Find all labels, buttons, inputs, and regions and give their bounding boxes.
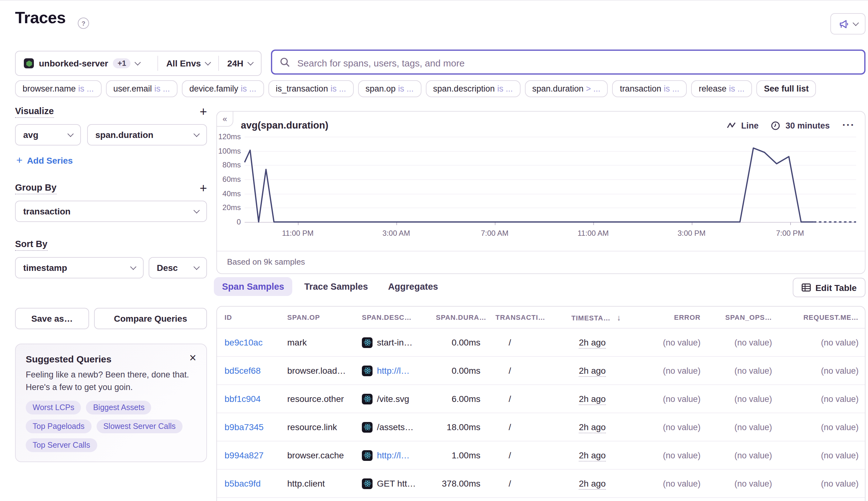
tab-aggregates[interactable]: Aggregates <box>380 277 446 296</box>
compare-queries-button[interactable]: Compare Queries <box>94 308 207 329</box>
suggested-query-chip[interactable]: Biggest Assets <box>86 401 151 415</box>
filter-chip-transaction[interactable]: transactionis ... <box>612 80 687 97</box>
table-row: bbf1c904resource.other /vite.svg6.00ms/2… <box>217 385 866 413</box>
x-axis-tick <box>298 223 298 225</box>
filter-chip-operator: is ... <box>497 84 513 94</box>
span-id-link[interactable]: be9c10ac <box>224 337 263 348</box>
project-selector[interactable]: unborked-server +1 <box>16 51 157 75</box>
y-axis-label: 60ms <box>217 175 241 184</box>
filter-chip-key: span.duration <box>532 84 584 94</box>
cell-span-description: start-in… <box>354 328 428 356</box>
cell-span-id: bbf1c904 <box>217 385 280 413</box>
project-name: unborked-server <box>39 58 108 68</box>
x-axis-tick <box>396 223 397 225</box>
cell-span-id: b9ba7345 <box>217 413 280 441</box>
samples-tabs: Span SamplesTrace SamplesAggregates <box>214 277 446 296</box>
table-row: b5bac9fdhttp.client GET htt…378.00ms/2h … <box>217 469 866 498</box>
add-group-by-button[interactable]: + <box>200 182 207 194</box>
filter-chip-user.email[interactable]: user.emailis ... <box>106 80 178 97</box>
span-description-text: start-in… <box>377 337 413 348</box>
timestamp-value: 2h ago <box>579 394 606 405</box>
environment-selector[interactable]: All Envs <box>158 51 219 75</box>
filter-chip-operator: is ... <box>78 84 94 94</box>
add-visualize-button[interactable]: + <box>200 106 207 117</box>
column-header-span.op[interactable]: SPAN.OP <box>280 307 354 328</box>
cell-span-duration: 276.00ms <box>428 498 488 501</box>
filter-chip-device.family[interactable]: device.familyis ... <box>182 80 264 97</box>
span-id-link[interactable]: b994a827 <box>224 450 264 460</box>
span-description: http://l… <box>362 450 421 460</box>
table-row: b994a827browser.cache http://l…1.00ms/2h… <box>217 441 866 469</box>
suggested-query-chip[interactable]: Top Server Calls <box>26 438 97 452</box>
time-range-selector[interactable]: 24H <box>219 51 261 75</box>
column-header-id[interactable]: ID <box>217 307 280 328</box>
column-header-label: SPAN_OPS… <box>725 313 772 321</box>
whats-new-button[interactable] <box>830 13 866 34</box>
timestamp-value: 2h ago <box>579 478 606 490</box>
column-header-error[interactable]: ERROR <box>645 307 700 328</box>
cell-timestamp: 2h ago <box>564 385 645 413</box>
cell-timestamp: 2h ago <box>564 498 645 501</box>
tab-span-samples[interactable]: Span Samples <box>214 277 292 296</box>
table-header-row: IDSPAN.OPSPAN.DESC…SPAN.DURA…TRANSACTI…T… <box>217 307 866 328</box>
span-id-link[interactable]: bd5cef68 <box>224 365 261 376</box>
cell-span-ops: (no value) <box>700 385 772 413</box>
column-header-span_ops[interactable]: SPAN_OPS… <box>700 307 772 328</box>
add-series-button[interactable]: + Add Series <box>16 154 73 167</box>
column-header-span.desc[interactable]: SPAN.DESC… <box>354 307 428 328</box>
cell-span-ops: (no value) <box>700 498 772 501</box>
suggested-query-chip[interactable]: Top Pageloads <box>26 419 91 433</box>
cell-request-method: (no value) <box>772 413 866 441</box>
help-icon[interactable]: ? <box>78 18 89 29</box>
column-header-transacti[interactable]: TRANSACTI… <box>488 307 564 328</box>
filter-chip-span.op[interactable]: span.opis ... <box>358 80 421 97</box>
traces-page: Traces ? unborked-server +1 All Envs <box>0 0 868 501</box>
span-description: /assets… <box>362 422 421 432</box>
chevron-down-icon <box>205 59 211 65</box>
field-select[interactable]: span.duration <box>87 124 207 146</box>
column-header-span.dura[interactable]: SPAN.DURA… <box>428 307 488 328</box>
sort-direction-value: Desc <box>157 263 178 273</box>
search-input[interactable] <box>296 51 850 75</box>
table-row: b41bfb26resource.ifra… https://…276.00ms… <box>217 498 866 501</box>
filter-chip-key: browser.name <box>23 84 76 94</box>
aggregate-select[interactable]: avg <box>15 124 81 146</box>
column-header-label: SPAN.DURA… <box>436 313 486 321</box>
group-by-select[interactable]: transaction <box>15 201 207 222</box>
tab-trace-samples[interactable]: Trace Samples <box>296 277 376 296</box>
filter-chip-is_transaction[interactable]: is_transactionis ... <box>268 80 353 97</box>
filter-chip-key: user.email <box>113 84 152 94</box>
close-icon[interactable]: × <box>189 354 196 362</box>
suggested-query-chip[interactable]: Worst LCPs <box>26 401 81 415</box>
see-full-list-button[interactable]: See full list <box>756 80 816 97</box>
filter-chip-span.duration[interactable]: span.duration> ... <box>525 80 608 97</box>
sort-field-select[interactable]: timestamp <box>15 257 144 278</box>
cell-request-method: (no value) <box>772 385 866 413</box>
save-as-button[interactable]: Save as… <box>15 308 89 329</box>
span-description: http://l… <box>362 365 421 376</box>
span-id-link[interactable]: b5bac9fd <box>224 478 261 489</box>
visualize-label: Visualize <box>15 106 54 118</box>
chart-panel: « avg(span.duration) Line 30 minutes ··· <box>216 111 866 274</box>
sort-direction-select[interactable]: Desc <box>149 257 207 278</box>
x-axis-label: 3:00 AM <box>371 229 422 238</box>
filter-chip-operator: is ... <box>154 84 170 94</box>
table-icon <box>802 284 811 291</box>
span-id-link[interactable]: b9ba7345 <box>224 422 264 432</box>
add-series-label: Add Series <box>27 156 73 166</box>
edit-table-button[interactable]: Edit Table <box>793 278 866 297</box>
column-header-timesta[interactable]: TIMESTA…↓ <box>564 307 645 328</box>
suggested-query-chip[interactable]: Slowest Server Calls <box>96 419 182 433</box>
filter-chip-release[interactable]: releaseis ... <box>691 80 752 97</box>
span-id-link[interactable]: bbf1c904 <box>224 394 261 404</box>
span-description-text[interactable]: http://l… <box>377 365 410 376</box>
suggested-queries-body: Feeling like a newb? Been there, done th… <box>26 369 196 393</box>
cell-error: (no value) <box>645 498 700 501</box>
span-description-text[interactable]: http://l… <box>377 450 410 460</box>
time-range-label: 24H <box>227 58 243 68</box>
column-header-request.me[interactable]: REQUEST.ME… <box>772 307 866 328</box>
filter-chip-span.description[interactable]: span.descriptionis ... <box>425 80 520 97</box>
cell-span-description: https://… <box>354 498 428 501</box>
filter-chip-browser.name[interactable]: browser.nameis ... <box>15 80 101 97</box>
react-icon <box>362 478 372 489</box>
